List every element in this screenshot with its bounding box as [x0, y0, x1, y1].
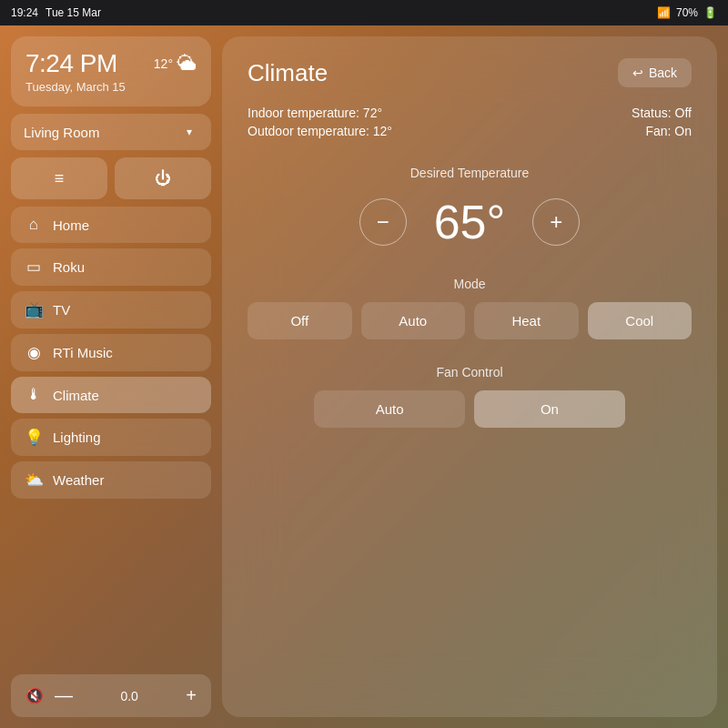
temp-control-row: − 65° + — [359, 195, 581, 249]
nav-label-home: Home — [53, 217, 89, 233]
nav-label-weather: Weather — [53, 472, 104, 488]
power-icon: ⏻ — [155, 169, 171, 188]
status-bar-right: 📶 70% 🔋 — [657, 6, 717, 19]
temp-info: Indoor temperature: 72° Outdoor temperat… — [248, 106, 692, 138]
mode-label: Mode — [453, 277, 485, 291]
volume-mute-icon: 🔇 — [25, 687, 44, 704]
sidebar-item-roku[interactable]: ▭ Roku — [11, 248, 211, 286]
tv-icon: 📺 — [24, 300, 44, 319]
temp-decrease-button[interactable]: − — [359, 198, 407, 246]
status-bar: 19:24 Tue 15 Mar 📶 70% 🔋 — [0, 0, 728, 25]
volume-value: 0.0 — [84, 689, 175, 703]
nav-label-lighting: Lighting — [53, 430, 101, 445]
fan-on-button[interactable]: On — [474, 390, 625, 428]
room-selector[interactable]: Living Room ▾ — [11, 114, 211, 150]
power-button[interactable]: ⏻ — [115, 157, 211, 199]
roku-icon: ▭ — [24, 258, 44, 277]
clock-date: Tuesday, March 15 — [25, 80, 197, 94]
fan-status: Fan: On — [632, 124, 692, 138]
mode-heat-label: Heat — [511, 313, 541, 329]
weather-icon: 🌥 — [177, 52, 197, 76]
content-header: Climate ↩ Back — [248, 58, 692, 87]
clock-section: 7:24 PM 12° 🌥 Tuesday, March 15 — [11, 36, 211, 106]
desired-temp-label: Desired Temperature — [410, 166, 529, 180]
main-content: Climate ↩ Back Indoor temperature: 72° O… — [222, 36, 717, 717]
mode-buttons: Off Auto Heat Cool — [248, 302, 692, 339]
volume-bar: 🔇 — 0.0 + — [11, 674, 211, 717]
fan-control-label: Fan Control — [436, 365, 502, 379]
outdoor-temp-label: Outdoor temperature: 12° — [248, 124, 392, 138]
mode-cool-label: Cool — [625, 313, 653, 329]
desired-temp-value: 65° — [434, 195, 506, 249]
sidebar-item-lighting[interactable]: 💡 Lighting — [11, 419, 211, 456]
page-title: Climate — [248, 59, 328, 87]
mode-section: Mode Off Auto Heat Cool — [248, 277, 692, 339]
fan-buttons: Auto On — [314, 390, 625, 428]
sidebar-item-climate[interactable]: 🌡 Climate — [11, 377, 211, 413]
temp-info-right: Status: Off Fan: On — [632, 106, 692, 138]
nav-label-rti-music: RTi Music — [53, 345, 113, 360]
fan-section: Fan Control Auto On — [248, 365, 692, 428]
nav-label-roku: Roku — [53, 259, 85, 275]
mode-auto-button[interactable]: Auto — [361, 302, 466, 339]
fan-auto-label: Auto — [376, 401, 404, 417]
weather-nav-icon: ⛅ — [24, 470, 44, 490]
nav-label-tv: TV — [53, 302, 70, 318]
music-icon: ◉ — [24, 343, 44, 362]
status-time: 19:24 — [11, 6, 38, 19]
lighting-icon: 💡 — [24, 428, 44, 447]
wifi-icon: 📶 — [657, 6, 671, 19]
nav-list: ⌂ Home ▭ Roku 📺 TV ◉ RTi Music 🌡 Climate… — [11, 207, 211, 667]
mode-off-label: Off — [290, 313, 308, 329]
temp-info-left: Indoor temperature: 72° Outdoor temperat… — [248, 106, 392, 138]
app-container: 7:24 PM 12° 🌥 Tuesday, March 15 Living R… — [0, 25, 728, 728]
sidebar-item-tv[interactable]: 📺 TV — [11, 291, 211, 329]
mode-heat-button[interactable]: Heat — [474, 302, 579, 339]
battery-level: 70% — [676, 6, 698, 19]
status-date: Tue 15 Mar — [46, 6, 101, 19]
mode-cool-button[interactable]: Cool — [588, 302, 693, 339]
volume-decrease-button[interactable]: — — [55, 685, 73, 706]
clock-time: 7:24 PM — [25, 49, 117, 78]
minus-icon: − — [377, 209, 389, 235]
temp-increase-button[interactable]: + — [532, 198, 580, 246]
sidebar-item-home[interactable]: ⌂ Home — [11, 207, 211, 243]
back-label: Back — [649, 66, 677, 80]
sidebar: 7:24 PM 12° 🌥 Tuesday, March 15 Living R… — [11, 36, 211, 717]
indoor-temp-label: Indoor temperature: 72° — [248, 106, 392, 120]
clock-weather: 12° 🌥 — [154, 52, 197, 76]
chevron-down-icon: ▾ — [180, 123, 198, 141]
room-label: Living Room — [24, 125, 99, 140]
status-badge: Status: Off — [632, 106, 692, 120]
desired-temp-section: Desired Temperature − 65° + — [248, 166, 692, 249]
control-buttons: ≡ ⏻ — [11, 157, 211, 199]
volume-increase-button[interactable]: + — [186, 685, 197, 706]
home-icon: ⌂ — [24, 216, 44, 234]
status-bar-left: 19:24 Tue 15 Mar — [11, 6, 101, 19]
plus-icon: + — [550, 209, 562, 235]
climate-icon: 🌡 — [24, 386, 44, 404]
back-icon: ↩ — [632, 66, 643, 80]
battery-icon: 🔋 — [703, 6, 717, 19]
sidebar-item-rti-music[interactable]: ◉ RTi Music — [11, 334, 211, 371]
clock-temp: 12° — [154, 56, 173, 71]
menu-icon: ≡ — [55, 169, 65, 188]
menu-button[interactable]: ≡ — [11, 157, 107, 199]
back-button[interactable]: ↩ Back — [618, 58, 692, 87]
sidebar-item-weather[interactable]: ⛅ Weather — [11, 461, 211, 499]
mode-auto-label: Auto — [399, 313, 427, 329]
fan-auto-button[interactable]: Auto — [314, 390, 465, 428]
nav-label-climate: Climate — [53, 388, 99, 403]
fan-on-label: On — [541, 401, 559, 417]
mode-off-button[interactable]: Off — [248, 302, 352, 339]
